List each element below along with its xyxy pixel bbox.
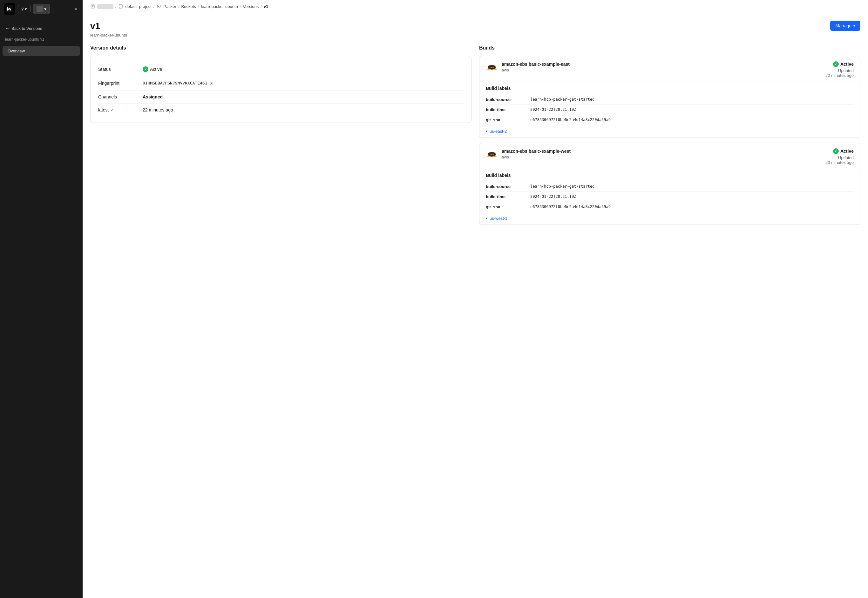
version-details-card: Status Active Fingerprint 01HMSDBA7PGN7: [90, 56, 471, 123]
build-0-provider: aws: [502, 68, 570, 72]
version-details-section: Version details Status Active: [90, 45, 471, 123]
channels-value: Assigned: [143, 94, 464, 99]
breadcrumb-buckets[interactable]: Buckets: [181, 4, 196, 9]
latest-channel-time: 22 minutes ago: [143, 107, 464, 112]
sidebar: ? ▾ ▾ « ← Back to Versions learn-packer-…: [0, 0, 82, 598]
build-1-region-chevron-icon: ▾: [486, 216, 488, 220]
aws-logo-0: aws: [486, 61, 498, 73]
build-1-label-1: build-time 2024-01-22T20:21:19Z: [486, 192, 854, 202]
fingerprint-row: Fingerprint 01HMSDBA7PGN79NVVKXCATE461 ⎘: [98, 76, 464, 91]
back-arrow-icon: ←: [5, 26, 9, 31]
build-0-name: amazon-ebs.basic-example-east: [502, 61, 570, 67]
breadcrumb-packer[interactable]: Packer: [163, 4, 176, 9]
svg-rect-3: [92, 6, 93, 7]
build-0-region-toggle[interactable]: ▾ us-east-2: [479, 125, 860, 138]
manage-button[interactable]: Manage ▾: [830, 21, 861, 31]
build-1-labels-title: Build labels: [486, 173, 854, 178]
build-1-status-text: Active: [840, 149, 854, 154]
help-chevron-icon: ▾: [25, 7, 27, 12]
latest-channel-link[interactable]: latest: [98, 107, 109, 112]
build-0-status-icon: [833, 61, 839, 67]
build-0-label-0-val: learn-hcp-packer-get-started: [530, 97, 854, 102]
build-1-region-toggle[interactable]: ▾ us-west-1: [479, 212, 860, 224]
svg-text:aws: aws: [490, 66, 494, 68]
build-card-0: aws amazon-ebs.basic-example-east aws: [479, 56, 861, 138]
build-header-0-left: aws amazon-ebs.basic-example-east aws: [486, 61, 570, 73]
org-avatar: [36, 6, 43, 12]
sidebar-header: ? ▾ ▾ «: [0, 0, 82, 18]
manage-chevron-icon: ▾: [853, 24, 855, 28]
page-title: v1: [90, 21, 127, 31]
build-0-info: amazon-ebs.basic-example-east aws: [502, 61, 570, 72]
verified-icon: ✓: [111, 107, 114, 112]
breadcrumb: org / default-project / Packer / Buckets…: [82, 0, 868, 13]
sidebar-collapse-button[interactable]: «: [73, 5, 79, 13]
build-1-provider: aws: [502, 155, 571, 159]
build-card-1: aws amazon-ebs.basic-example-west aws: [479, 143, 861, 225]
build-0-label-1-key: build-time: [486, 107, 530, 112]
channels-text: Assigned: [143, 94, 163, 99]
status-text: Active: [150, 67, 162, 72]
breadcrumb-packer-icon: [156, 4, 162, 9]
hcp-logo: [4, 3, 15, 15]
build-0-meta: Active Updated 22 minutes ago: [825, 61, 854, 78]
breadcrumb-org: org: [97, 4, 114, 9]
breadcrumb-bucket-name[interactable]: learn-packer-ubuntu: [201, 4, 238, 9]
build-1-region-label: us-west-1: [489, 216, 507, 221]
build-0-label-0-key: build-source: [486, 97, 530, 102]
fingerprint-text: 01HMSDBA7PGN79NVVKXCATE461: [143, 81, 208, 85]
build-1-label-1-key: build-time: [486, 194, 530, 199]
sidebar-item-overview[interactable]: Overview: [3, 46, 80, 56]
build-0-region-label: us-east-2: [489, 129, 507, 134]
copy-icon: ⎘: [210, 81, 213, 86]
version-details-title: Version details: [90, 45, 471, 51]
breadcrumb-versions[interactable]: Versions: [243, 4, 259, 9]
build-header-1-left: aws amazon-ebs.basic-example-west aws: [486, 148, 571, 160]
build-0-label-2-val: e6783306972f0be6c2a4d14a8c220da39a9: [530, 118, 854, 122]
build-0-region-chevron-icon: ▾: [486, 129, 488, 133]
build-0-label-0: build-source learn-hcp-packer-get-starte…: [486, 95, 854, 105]
channels-label: Channels: [98, 94, 143, 99]
build-0-labels-title: Build labels: [486, 86, 854, 91]
build-1-label-0: build-source learn-hcp-packer-get-starte…: [486, 182, 854, 192]
build-0-status-text: Active: [840, 61, 854, 67]
svg-rect-2: [92, 5, 94, 6]
org-chevron-icon: ▾: [44, 7, 46, 12]
build-0-status: Active: [825, 61, 854, 67]
back-to-versions-link[interactable]: ← Back to Versions: [0, 23, 82, 33]
latest-channel-link-wrapper: latest ✓: [98, 107, 143, 112]
svg-rect-4: [119, 4, 122, 8]
fingerprint-label: Fingerprint: [98, 81, 143, 86]
fingerprint-value: 01HMSDBA7PGN79NVVKXCATE461 ⎘: [143, 80, 464, 87]
manage-label: Manage: [835, 23, 852, 28]
build-card-0-header: aws amazon-ebs.basic-example-east aws: [479, 56, 860, 82]
build-1-name: amazon-ebs.basic-example-west: [502, 148, 571, 154]
latest-channel-row: latest ✓ 22 minutes ago: [98, 103, 464, 116]
org-switcher-button[interactable]: ▾: [33, 4, 50, 14]
question-mark-icon: ?: [21, 7, 24, 12]
breadcrumb-current: v1: [264, 4, 268, 9]
page-content: v1 learn-packer-ubuntu Manage ▾ Version …: [82, 13, 868, 598]
two-column-layout: Version details Status Active: [90, 45, 861, 230]
breadcrumb-project[interactable]: default-project: [125, 4, 151, 9]
build-1-status-icon: [833, 148, 839, 154]
build-0-label-2: git_sha e6783306972f0be6c2a4d14a8c220da3…: [486, 115, 854, 125]
build-1-labels-section: Build labels build-source learn-hcp-pack…: [479, 169, 860, 212]
breadcrumb-project-icon: [118, 4, 123, 9]
build-0-label-1-val: 2024-01-22T20:21:19Z: [530, 107, 854, 112]
sidebar-nav: ← Back to Versions learn-packer-ubuntu v…: [0, 18, 82, 598]
status-badge: Active: [143, 66, 162, 72]
help-button[interactable]: ? ▾: [18, 5, 30, 13]
copy-fingerprint-button[interactable]: ⎘: [210, 80, 213, 87]
build-1-label-2-val: e6783306972f0be6c2a4d14a8c220da39a9: [530, 205, 854, 209]
build-0-label-2-key: git_sha: [486, 118, 530, 122]
build-card-1-header: aws amazon-ebs.basic-example-west aws: [479, 143, 860, 169]
page-subtitle: learn-packer-ubuntu: [90, 33, 127, 37]
back-link-label: Back to Versions: [12, 26, 42, 31]
status-active-icon: [143, 66, 148, 72]
build-1-label-0-key: build-source: [486, 184, 530, 189]
build-1-updated-label: Updated: [825, 155, 854, 160]
builds-section: Builds aws: [479, 45, 861, 230]
build-1-info: amazon-ebs.basic-example-west aws: [502, 148, 571, 159]
breadcrumb-home-icon: [90, 4, 95, 9]
